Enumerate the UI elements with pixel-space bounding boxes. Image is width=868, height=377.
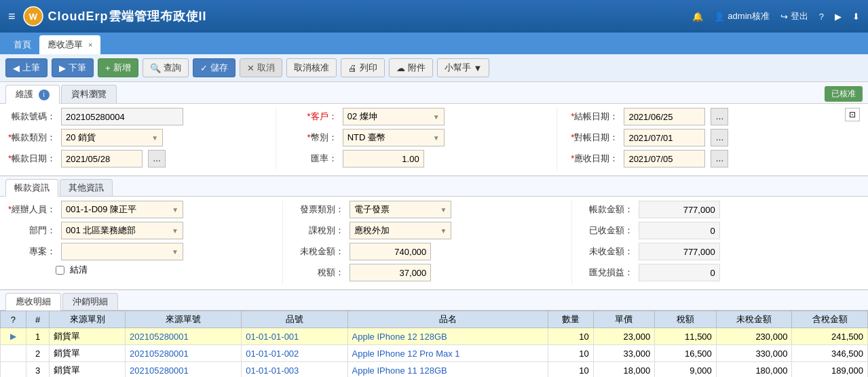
tab-other-info[interactable]: 其他資訊	[60, 179, 113, 196]
add-button[interactable]: + 新增	[98, 58, 138, 77]
tab-maintain[interactable]: 維護 i	[5, 85, 60, 104]
account-date-input[interactable]	[61, 150, 143, 167]
source-no[interactable]: 202105280001	[126, 328, 242, 345]
project-label: 專案：	[8, 245, 56, 258]
tab-home[interactable]: 首頁	[5, 35, 39, 54]
tax-type-select[interactable]: 應稅外加 ▼	[350, 222, 451, 239]
exchange-rate-input[interactable]	[343, 150, 424, 167]
dept-select[interactable]: 001 北區業務總部 ▼	[61, 222, 183, 239]
tax-amount-input[interactable]	[350, 264, 431, 281]
total: 241,500	[792, 328, 868, 345]
item-no[interactable]: 01-01-01-001	[242, 328, 347, 345]
receivable-date-picker[interactable]: …	[711, 150, 728, 167]
unapprove-button[interactable]: 取消核准	[286, 58, 337, 77]
form-col2: *客戶： 02 燦坤 ▼ *幣別： NTD 臺幣 ▼ 匯率：	[276, 108, 557, 171]
cancel-label: 取消	[257, 62, 275, 74]
table-row[interactable]: 3銷貨單20210528000101-01-01-003Apple IPhone…	[1, 362, 868, 378]
main-content: 維護 i 資料瀏覽 已核准 帳款號碼： *帳款類別： 20 銷貨 ▼ *帳款日期…	[0, 82, 868, 377]
notification-icon[interactable]: 🔔	[692, 12, 703, 22]
qty: 10	[548, 362, 593, 378]
customer-select[interactable]: 02 燦坤 ▼	[343, 108, 445, 125]
pretax: 180,000	[716, 362, 792, 378]
table-row[interactable]: ▶1銷貨單20210528000101-01-01-001Apple IPhon…	[1, 328, 868, 345]
expand-icon[interactable]: ▶	[1, 328, 26, 345]
app-title: CloudErp雲端管理布政使II	[48, 8, 207, 24]
helper-label: 小幫手	[445, 62, 471, 74]
account-no-label: 帳款號碼：	[8, 111, 56, 123]
prev-button[interactable]: ◀ 上筆	[5, 58, 48, 77]
item-name[interactable]: Apple IPhone 12 Pro Max 1	[347, 345, 548, 362]
source-no[interactable]: 202105280001	[126, 362, 242, 378]
manager-dropdown-icon: ▼	[172, 206, 178, 214]
col-help[interactable]: ?	[1, 311, 26, 328]
item-no[interactable]: 01-01-01-003	[242, 362, 347, 378]
download-button[interactable]: ⬇	[852, 12, 860, 22]
tab-close-icon[interactable]: ×	[88, 41, 92, 49]
query-icon: 🔍	[150, 63, 161, 73]
account-type-select[interactable]: 20 銷貨 ▼	[61, 129, 163, 146]
account-date-label: *帳款日期：	[8, 153, 56, 165]
due-date-input[interactable]	[624, 129, 705, 146]
col-source-type: 來源單別	[50, 311, 126, 328]
item-name[interactable]: Apple IPhone 11 128GB	[347, 362, 548, 378]
tax: 11,500	[655, 328, 717, 345]
due-date-label: *對帳日期：	[571, 132, 618, 144]
source-type: 銷貨單	[50, 345, 126, 362]
project-select[interactable]: ▼	[61, 243, 183, 260]
close-date-picker[interactable]: …	[711, 108, 728, 125]
item-name[interactable]: Apple IPhone 12 128GB	[347, 328, 548, 345]
print-label: 列印	[360, 62, 377, 74]
video-button[interactable]: ▶	[835, 12, 842, 22]
source-no[interactable]: 202105280001	[126, 345, 242, 362]
logout-button[interactable]: ↪ 登出	[780, 10, 808, 22]
unit-price: 23,000	[593, 328, 655, 345]
save-button[interactable]: ✓ 儲存	[193, 58, 235, 77]
receivable-date-input[interactable]	[624, 150, 705, 167]
print-button[interactable]: 🖨 列印	[341, 58, 385, 77]
toolbar: ◀ 上筆 ▶ 下筆 + 新增 🔍 查詢 ✓ 儲存 ✕ 取消 取消核准 🖨 列印 …	[0, 54, 868, 82]
received-label: 已收金額：	[586, 224, 633, 237]
unapprove-label: 取消核准	[294, 62, 329, 74]
tab-account-info[interactable]: 帳款資訊	[5, 179, 58, 197]
attach-button[interactable]: ☁ 附件	[389, 58, 433, 77]
help-button[interactable]: ?	[819, 12, 824, 22]
expand-icon[interactable]	[1, 345, 26, 362]
currency-select[interactable]: NTD 臺幣 ▼	[343, 129, 445, 146]
tab-receivable-detail[interactable]: 應收明細	[5, 293, 61, 311]
tab-account-info-label: 帳款資訊	[14, 182, 50, 193]
due-date-picker[interactable]: …	[711, 129, 728, 146]
cancel-button[interactable]: ✕ 取消	[240, 58, 282, 77]
expand-icon[interactable]	[1, 362, 26, 378]
user-info[interactable]: 👤 admin核准	[714, 10, 769, 22]
tab-browse[interactable]: 資料瀏覽	[61, 85, 117, 103]
fullscreen-icon[interactable]: ⊡	[845, 108, 860, 121]
menu-icon[interactable]: ≡	[8, 9, 16, 24]
add-icon: +	[105, 63, 111, 73]
query-button[interactable]: 🔍 查詢	[143, 58, 189, 77]
pretax-amount-input[interactable]	[350, 243, 431, 260]
inner-form-right: 帳款金額： 已收金額： 未收金額： 匯兌損益：	[571, 201, 860, 285]
close-date-input[interactable]	[624, 108, 705, 125]
invoice-type-select[interactable]: 電子發票 ▼	[350, 201, 451, 218]
settle-checkbox[interactable]	[56, 266, 64, 275]
sub-tabs: 維護 i 資料瀏覽 已核准	[0, 82, 868, 104]
currency-dropdown-icon: ▼	[433, 134, 440, 142]
currency-label: *幣別：	[290, 132, 337, 144]
customer-value: 02 燦坤	[347, 111, 377, 123]
tab-offset-detail[interactable]: 沖銷明細	[62, 293, 118, 310]
helper-button[interactable]: 小幫手 ▼	[437, 58, 490, 77]
logo-icon: W	[22, 5, 44, 27]
helper-dropdown-icon: ▼	[474, 63, 483, 73]
source-type: 銷貨單	[50, 362, 126, 378]
pretax: 330,000	[716, 345, 792, 362]
account-no-input[interactable]	[61, 108, 183, 125]
col-unit-price: 單價	[593, 311, 655, 328]
manager-select[interactable]: 001-1-D09 陳正平 ▼	[61, 201, 183, 218]
next-button[interactable]: ▶ 下筆	[52, 58, 94, 77]
item-no[interactable]: 01-01-01-002	[242, 345, 347, 362]
table-row[interactable]: 2銷貨單20210528000101-01-01-002Apple IPhone…	[1, 345, 868, 362]
tab-receivable[interactable]: 應收憑單 ×	[39, 35, 100, 54]
account-date-picker[interactable]: …	[148, 150, 166, 167]
cancel-icon: ✕	[247, 63, 254, 73]
invoice-type-label: 發票類別：	[297, 203, 344, 216]
